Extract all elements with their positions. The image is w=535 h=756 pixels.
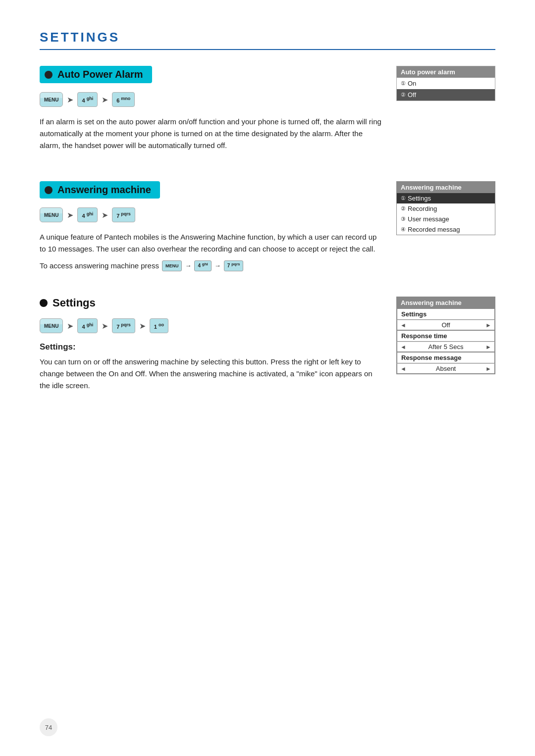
nav-menu-label-set: MENU <box>44 323 58 329</box>
auto-power-off-label: Off <box>408 91 416 99</box>
nav-menu-label: MENU <box>44 97 58 102</box>
settings-row-value-response-msg: ◄ Absent ► <box>397 363 495 374</box>
arrow-left-msg: ◄ <box>400 365 406 372</box>
access-nav-4ghi: 4 ghi <box>194 260 211 271</box>
body-settings: You can turn on or off the answering mac… <box>40 356 381 392</box>
arrow-set-2: ➤ <box>102 321 108 331</box>
access-line-text: To access answering machine press <box>40 260 159 272</box>
auto-power-menu-title: Auto power alarm <box>397 66 495 78</box>
arrow-1: ➤ <box>67 95 73 104</box>
arrow-2: ➤ <box>102 95 108 104</box>
nav-flow-answering: MENU ➤ 4 ghi ➤ 7 pqrs <box>40 207 381 222</box>
section-right-answering: Answering machine ① Settings ② Recording… <box>396 181 495 272</box>
answering-item-recorded-msg-label: Recorded messag <box>408 226 460 233</box>
heading-bullet-settings <box>40 299 48 307</box>
access-nav-menu: MENU <box>162 260 182 271</box>
section-heading-settings: Settings <box>40 297 381 309</box>
answering-item-user-msg-label: User message <box>408 215 449 223</box>
nav-menu-label-ans: MENU <box>44 212 58 218</box>
page-title: SETTINGS <box>40 30 495 50</box>
nav-flow-auto-power: MENU ➤ 4 ghi ➤ 6 mno <box>40 92 381 107</box>
nav-key-6mno-label: 6 mno <box>116 96 130 103</box>
settings-menu: Answering machine Settings ◄ Off ► Respo… <box>396 297 495 374</box>
settings-row-value-off: ◄ Off ► <box>397 320 495 330</box>
nav-key-4ghi-ans: 4 ghi <box>77 207 98 222</box>
body-answering: A unique feature of Pantech mobiles is t… <box>40 231 381 255</box>
section-left-answering: Answering machine MENU ➤ 4 ghi ➤ 7 pqrs … <box>40 181 381 272</box>
nav-menu-btn-ans: MENU <box>40 207 63 222</box>
nav-flow-settings: MENU ➤ 4 ghi ➤ 7 pqrs ➤ 1 oo <box>40 318 381 333</box>
settings-value-off: Off <box>441 321 450 329</box>
settings-row-label-settings: Settings <box>397 308 495 320</box>
nav-key-4ghi-label: 4 ghi <box>82 96 93 103</box>
answering-item-recording-label: Recording <box>408 205 437 212</box>
section-right-settings: Answering machine Settings ◄ Off ► Respo… <box>396 297 495 397</box>
arrow-left-off: ◄ <box>400 322 406 329</box>
section-heading-auto-power: Auto Power Alarm <box>40 66 152 83</box>
section-answering-machine: Answering machine MENU ➤ 4 ghi ➤ 7 pqrs … <box>40 181 495 272</box>
answering-menu-title: Answering machine <box>397 182 495 193</box>
heading-text-answering: Answering machine <box>57 184 151 196</box>
heading-text-auto-power: Auto Power Alarm <box>57 69 143 80</box>
settings-row-label-response-msg: Response message <box>397 352 495 363</box>
access-arrow-1: → <box>185 261 191 271</box>
nav-key-4ghi: 4 ghi <box>77 92 98 107</box>
settings-value-absent: Absent <box>436 365 456 372</box>
auto-power-menu: Auto power alarm ① On ② Off <box>396 66 495 101</box>
section-auto-power-alarm: Auto Power Alarm MENU ➤ 4 ghi ➤ 6 mno If… <box>40 66 495 156</box>
nav-key-7pqrs-set: 7 pqrs <box>112 318 135 333</box>
arrow-right-msg: ► <box>485 365 491 372</box>
arrow-left-response: ◄ <box>400 344 406 351</box>
arrow-ans-1: ➤ <box>67 210 73 220</box>
auto-power-menu-item-off: ② Off <box>397 89 495 101</box>
nav-key-1-set: 1 oo <box>150 318 168 333</box>
page-number: 74 <box>40 718 57 736</box>
heading-bullet-answering <box>45 186 53 194</box>
heading-text-settings: Settings <box>53 297 96 309</box>
nav-key-7pqrs-ans: 7 pqrs <box>112 207 135 222</box>
nav-menu-btn: MENU <box>40 92 63 107</box>
arrow-set-1: ➤ <box>67 321 73 331</box>
access-arrow-2: → <box>214 261 221 271</box>
section-heading-answering: Answering machine <box>40 181 160 199</box>
nav-key-4ghi-set: 4 ghi <box>77 318 98 333</box>
answering-menu-item-recorded-message: ④ Recorded messag <box>397 224 495 235</box>
sub-heading-settings: Settings: <box>40 342 381 352</box>
arrow-set-3: ➤ <box>139 321 146 331</box>
section-settings: Settings MENU ➤ 4 ghi ➤ 7 pqrs ➤ 1 oo Se… <box>40 297 495 397</box>
auto-power-on-label: On <box>408 80 416 87</box>
nav-menu-btn-set: MENU <box>40 318 63 333</box>
arrow-ans-2: ➤ <box>102 210 108 220</box>
settings-row-value-response-time: ◄ After 5 Secs ► <box>397 342 495 352</box>
answering-menu-item-recording: ② Recording <box>397 203 495 214</box>
auto-power-menu-item-on: ① On <box>397 78 495 89</box>
answering-menu: Answering machine ① Settings ② Recording… <box>396 181 495 235</box>
section-right-auto-power: Auto power alarm ① On ② Off <box>396 66 495 156</box>
arrow-right-response: ► <box>485 344 491 351</box>
answering-menu-item-settings: ① Settings <box>397 193 495 203</box>
body-auto-power: If an alarm is set on the auto power ala… <box>40 116 381 151</box>
settings-row-label-response-time: Response time <box>397 330 495 342</box>
access-nav-7pqrs: 7 pqrs <box>224 260 244 271</box>
nav-key-6mno: 6 mno <box>112 92 135 107</box>
access-line-answering: To access answering machine press MENU →… <box>40 260 381 272</box>
answering-menu-item-user-message: ③ User message <box>397 214 495 224</box>
arrow-right-off: ► <box>485 322 491 329</box>
heading-bullet <box>45 71 53 79</box>
section-left-auto-power: Auto Power Alarm MENU ➤ 4 ghi ➤ 6 mno If… <box>40 66 381 156</box>
answering-item-settings-label: Settings <box>408 195 431 202</box>
section-left-settings: Settings MENU ➤ 4 ghi ➤ 7 pqrs ➤ 1 oo Se… <box>40 297 381 397</box>
settings-menu-title: Answering machine <box>397 297 495 308</box>
settings-value-response-time: After 5 Secs <box>428 343 464 351</box>
